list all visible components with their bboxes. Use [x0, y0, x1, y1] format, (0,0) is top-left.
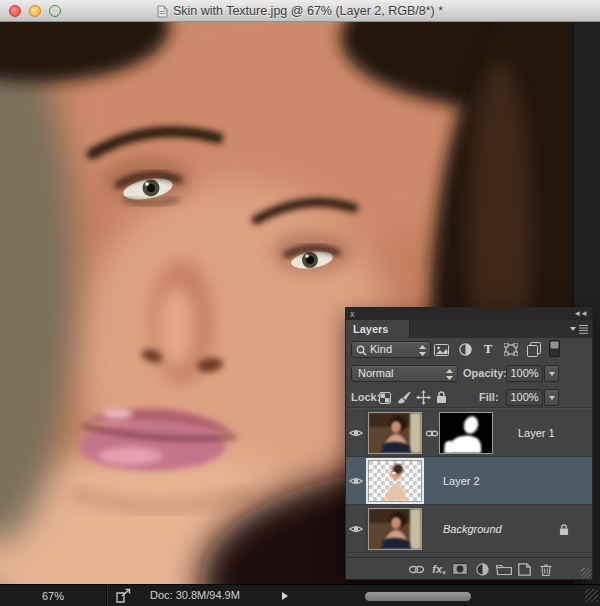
- document-proxy-icon[interactable]: [157, 5, 168, 18]
- panel-header-strip: x ◄◄: [346, 308, 592, 320]
- updown-arrows-icon: [419, 345, 426, 356]
- layer-mask-thumbnail[interactable]: [439, 412, 493, 454]
- lock-all-icon[interactable]: [434, 389, 448, 405]
- status-bar: 67% Doc: 30.8M/94.9M: [0, 584, 600, 606]
- new-layer-icon[interactable]: [515, 561, 533, 577]
- pixel-layer-filter-icon[interactable]: [433, 342, 450, 357]
- adjustment-layer-icon[interactable]: [473, 561, 491, 577]
- updown-arrows-icon: [446, 369, 453, 380]
- filter-toggle-switch[interactable]: [548, 339, 561, 358]
- panel-close-icon[interactable]: x: [350, 308, 355, 320]
- tab-layers[interactable]: Layers: [346, 320, 410, 338]
- blend-row: Normal Opacity: 100%: [346, 365, 592, 389]
- layer-lock-icon: [558, 522, 570, 536]
- panel-resize-grip[interactable]: [581, 568, 591, 578]
- lock-pixels-icon[interactable]: [396, 390, 412, 405]
- panel-menu-icon[interactable]: [570, 323, 588, 335]
- search-icon: [356, 345, 367, 356]
- smart-object-filter-icon[interactable]: [525, 341, 542, 357]
- layer-thumbnail[interactable]: [368, 508, 422, 550]
- visibility-toggle[interactable]: [346, 457, 367, 505]
- layer-name: Layer 1: [518, 427, 555, 439]
- zoom-level-value: 67%: [42, 590, 64, 602]
- panel-tabbar: Layers: [346, 320, 592, 338]
- new-group-icon[interactable]: [495, 561, 513, 577]
- zoom-level-field[interactable]: 67%: [0, 585, 107, 606]
- status-menu-arrow-icon[interactable]: [282, 592, 288, 600]
- filter-row: Kind T: [346, 338, 592, 365]
- blend-mode-dropdown[interactable]: Normal: [351, 365, 458, 382]
- visibility-toggle[interactable]: [346, 409, 367, 457]
- delete-layer-icon[interactable]: [537, 561, 555, 577]
- lock-label: Lock:: [351, 391, 380, 403]
- layer-thumbnail[interactable]: [368, 412, 422, 454]
- fill-value[interactable]: 100%: [506, 389, 543, 406]
- lock-row: Lock: Fill: 100%: [346, 389, 592, 406]
- layer-style-icon[interactable]: fx▾: [430, 561, 448, 577]
- horizontal-scrollbar-thumb[interactable]: [365, 592, 471, 601]
- link-layers-icon[interactable]: [407, 561, 425, 577]
- panel-collapse-icon[interactable]: ◄◄: [573, 308, 587, 320]
- layer-row-layer2[interactable]: Layer 2: [346, 457, 592, 505]
- add-mask-icon[interactable]: [451, 561, 469, 577]
- eye-icon: [349, 524, 363, 534]
- title-area: Skin with Texture.jpg @ 67% (Layer 2, RG…: [0, 0, 600, 22]
- eye-icon: [349, 476, 363, 486]
- window-title: Skin with Texture.jpg @ 67% (Layer 2, RG…: [173, 4, 443, 18]
- adjustment-layer-filter-icon[interactable]: [457, 342, 473, 357]
- lock-transparency-icon[interactable]: [377, 390, 392, 405]
- window-resize-grip[interactable]: [585, 589, 598, 602]
- window-titlebar[interactable]: Skin with Texture.jpg @ 67% (Layer 2, RG…: [0, 0, 600, 22]
- doc-size-info: Doc: 30.8M/94.9M: [150, 589, 240, 601]
- layers-panel: x ◄◄ Layers Kind: [345, 307, 593, 580]
- shape-layer-filter-icon[interactable]: [503, 342, 519, 357]
- filter-kind-label: Kind: [370, 343, 392, 355]
- fill-label: Fill:: [479, 391, 499, 403]
- layer-row-background[interactable]: Background: [346, 505, 592, 553]
- layer-name: Layer 2: [443, 475, 480, 487]
- layer-name: Background: [443, 523, 502, 535]
- lock-position-icon[interactable]: [415, 389, 432, 405]
- share-icon[interactable]: [116, 588, 133, 605]
- fill-dropdown-arrow[interactable]: [544, 389, 559, 406]
- layer-row-layer1[interactable]: Layer 1: [346, 409, 592, 457]
- panel-footer: fx▾: [346, 557, 592, 579]
- type-layer-filter-icon[interactable]: T: [481, 341, 495, 357]
- document-canvas[interactable]: x ◄◄ Layers Kind: [0, 22, 600, 584]
- opacity-value[interactable]: 100%: [506, 365, 543, 382]
- layer-thumbnail[interactable]: [368, 460, 422, 502]
- opacity-dropdown-arrow[interactable]: [544, 365, 559, 382]
- eye-icon: [349, 428, 363, 438]
- opacity-label: Opacity:: [463, 367, 507, 379]
- mask-link-icon[interactable]: [426, 428, 438, 438]
- blend-mode-value: Normal: [358, 367, 393, 379]
- visibility-toggle[interactable]: [346, 505, 367, 553]
- filter-kind-dropdown[interactable]: Kind: [351, 341, 431, 358]
